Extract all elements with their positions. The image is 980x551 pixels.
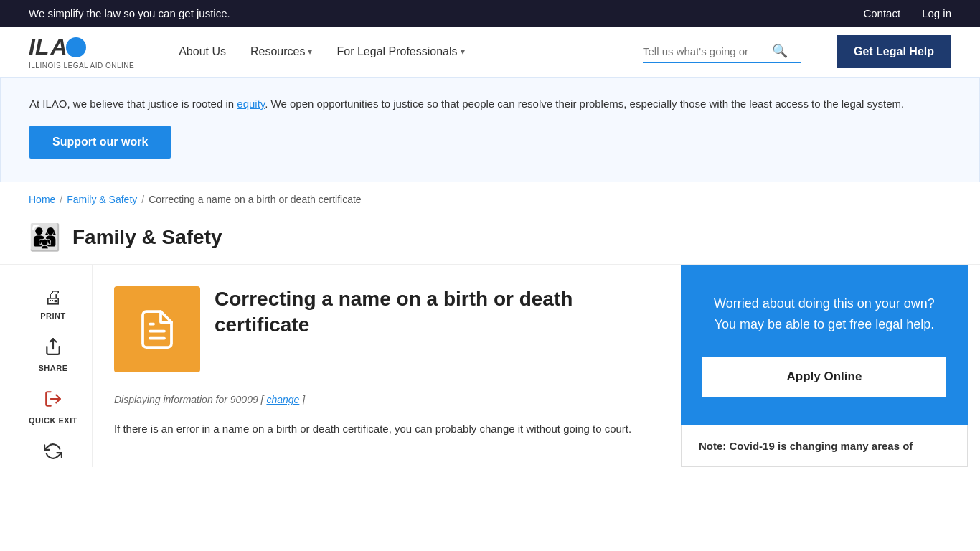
breadcrumb-sep-1: /: [60, 194, 62, 205]
legal-professionals-chevron-icon: ▾: [461, 47, 465, 57]
login-link[interactable]: Log in: [922, 7, 951, 19]
right-panel-text: Worried about doing this on your own? Yo…: [702, 293, 946, 335]
main-nav: About Us Resources ▾ For Legal Professio…: [170, 39, 621, 64]
change-location-link[interactable]: change: [266, 394, 299, 405]
article-body-text: If there is an error in a name on a birt…: [114, 420, 652, 438]
logo-il: IL: [29, 34, 49, 60]
quick-exit-label: QUICK EXIT: [29, 416, 77, 425]
share-icon: [44, 337, 62, 361]
note-panel-text: Note: Covid-19 is changing many areas of: [699, 440, 950, 452]
article-header: Correcting a name on a birth or death ce…: [114, 286, 652, 372]
nav-legal-professionals[interactable]: For Legal Professionals ▾: [328, 39, 473, 64]
search-button[interactable]: 🔍: [772, 43, 788, 59]
get-legal-help-button[interactable]: Get Legal Help: [837, 35, 951, 68]
recycle-action[interactable]: [44, 442, 62, 466]
breadcrumb-home[interactable]: Home: [29, 194, 55, 205]
breadcrumb: Home / Family & Safety / Correcting a na…: [0, 182, 980, 217]
resources-chevron-icon: ▾: [308, 47, 312, 57]
page-title-area: 👨‍👩‍👧 Family & Safety: [0, 217, 980, 265]
article-body: If there is an error in a name on a birt…: [114, 420, 652, 438]
info-banner-text: At ILAO, we believe that justice is root…: [29, 95, 951, 113]
breadcrumb-sep-2: /: [141, 194, 144, 205]
logo[interactable]: IL A ILLINOIS LEGAL AID ONLINE: [29, 34, 134, 70]
header: IL A ILLINOIS LEGAL AID ONLINE About Us …: [0, 27, 980, 77]
nav-about-us[interactable]: About Us: [170, 39, 235, 64]
top-banner: We simplify the law so you can get justi…: [0, 0, 980, 27]
article-thumbnail: [114, 286, 200, 372]
recycle-icon: [44, 442, 62, 466]
share-action[interactable]: SHARE: [38, 337, 67, 372]
search-area: 🔍: [643, 40, 801, 63]
note-panel: Note: Covid-19 is changing many areas of: [681, 425, 968, 467]
search-input[interactable]: [643, 45, 772, 57]
share-label: SHARE: [38, 364, 67, 372]
print-action[interactable]: 🖨 PRINT: [40, 286, 66, 320]
main-content: 🖨 PRINT SHARE QUICK EXIT: [0, 265, 980, 467]
right-panel: Worried about doing this on your own? Yo…: [681, 265, 968, 425]
right-column: Worried about doing this on your own? Yo…: [681, 265, 968, 467]
quick-exit-action[interactable]: QUICK EXIT: [29, 390, 77, 425]
print-label: PRINT: [40, 311, 66, 320]
contact-link[interactable]: Contact: [863, 7, 900, 19]
nav-resources[interactable]: Resources ▾: [242, 39, 321, 64]
breadcrumb-current: Correcting a name on a birth or death ce…: [149, 194, 362, 205]
sidebar-actions: 🖨 PRINT SHARE QUICK EXIT: [29, 265, 93, 467]
support-work-button[interactable]: Support our work: [29, 126, 171, 159]
apply-online-button[interactable]: Apply Online: [702, 357, 946, 397]
logo-ao: A: [50, 34, 85, 60]
tagline: We simplify the law so you can get justi…: [29, 7, 230, 19]
article-title: Correcting a name on a birth or death ce…: [215, 286, 652, 339]
family-safety-icon: 👨‍👩‍👧: [29, 222, 61, 253]
location-info: Displaying information for 90009 [ chang…: [114, 394, 652, 405]
info-banner: At ILAO, we believe that justice is root…: [0, 77, 980, 182]
article-area: Correcting a name on a birth or death ce…: [93, 265, 681, 467]
top-banner-links: Contact Log in: [863, 7, 951, 19]
page-title: Family & Safety: [72, 226, 222, 249]
print-icon: 🖨: [44, 286, 62, 309]
breadcrumb-family-safety[interactable]: Family & Safety: [67, 194, 137, 205]
logo-circle-o: [66, 37, 86, 57]
logo-subtitle: ILLINOIS LEGAL AID ONLINE: [29, 62, 134, 70]
equity-link[interactable]: equity: [237, 98, 265, 110]
quick-exit-icon: [44, 390, 62, 413]
